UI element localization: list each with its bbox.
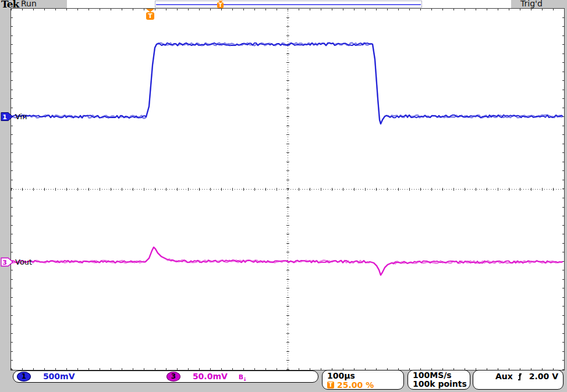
left-edge-ticks	[11, 9, 13, 370]
trigger-t-icon: T	[327, 382, 334, 389]
bandwidth-limit-icon: B↓	[239, 373, 248, 381]
channel3-marker: 3 Vout	[1, 257, 32, 267]
graticule	[10, 8, 565, 370]
channel3-label: Vout	[15, 258, 32, 266]
record-length: 100k points	[413, 380, 470, 389]
sample-rate: 100MS/s	[413, 371, 470, 380]
trigger-marker-t-icon: T	[217, 2, 224, 8]
channel1-scale: 500mV	[43, 372, 75, 381]
channel1-label: Vin	[15, 112, 27, 121]
svg-text:1: 1	[2, 113, 7, 121]
channel1-badge: 1	[17, 372, 31, 382]
channel1-arrow-icon: 1	[1, 112, 13, 122]
top-status-strip: Tek Run Trig'd T	[0, 0, 567, 8]
rising-edge-slope-icon	[518, 372, 525, 381]
record-trigger-position-marker: T	[217, 1, 224, 8]
trigger-status: Trig'd	[520, 0, 543, 8]
channel3-badge: 3	[166, 372, 180, 382]
timebase-scale: 100µs	[327, 371, 403, 380]
timebase-readout: 100µs T 25.00 %	[322, 370, 404, 390]
record-view-bar: T	[155, 1, 422, 8]
svg-text:3: 3	[2, 259, 7, 266]
trigger-position-readout: T 25.00 %	[327, 380, 403, 390]
channel3-scale: 50.0mV	[193, 372, 228, 381]
center-vertical-axis-ticks	[286, 9, 289, 370]
trigger-position-percent: 25.00 %	[337, 380, 374, 390]
channel-scale-readout: 1 500mV 3 50.0mV B↓	[13, 370, 318, 383]
trigger-flag-t-icon: T	[146, 12, 154, 20]
trigger-readout: Aux 2.00 V	[473, 370, 564, 390]
top-edge-ticks	[11, 9, 564, 10]
channel3-arrow-icon: 3	[1, 257, 13, 267]
channel1-marker: 1 Vin	[1, 112, 27, 122]
right-edge-ticks	[562, 9, 564, 370]
record-view-waveform-line	[156, 4, 421, 5]
trigger-position-flag: T	[146, 9, 154, 20]
acquisition-readout: 100MS/s 100k points	[407, 370, 470, 390]
trigger-level: 2.00 V	[529, 372, 558, 381]
acquisition-status: Run	[21, 0, 37, 8]
trigger-source: Aux	[495, 372, 513, 381]
